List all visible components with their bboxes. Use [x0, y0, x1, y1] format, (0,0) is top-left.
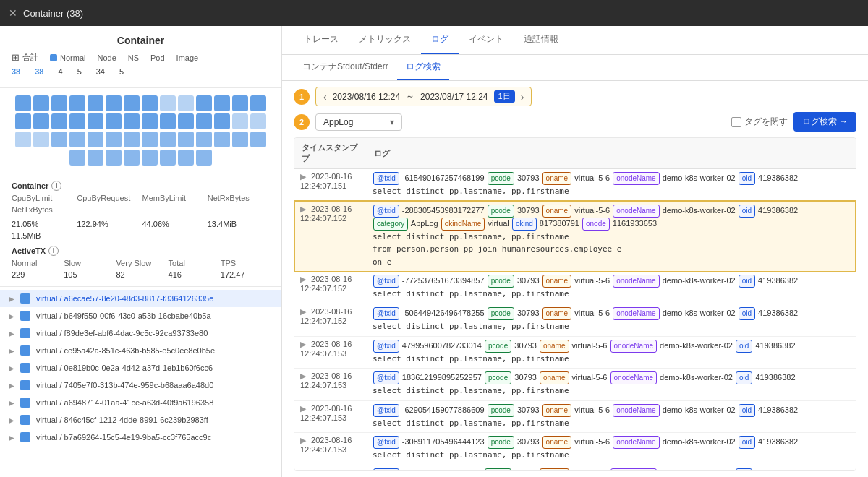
list-item[interactable]: ▶ virtual / f89de3ef-abf6-4dac-9c5c-92ca… [0, 325, 281, 342]
log-tag-onodeName[interactable]: onodeName [613, 404, 659, 417]
log-tag-@txid[interactable]: @txid [373, 275, 399, 288]
expand-row-btn[interactable]: ▶ [300, 340, 306, 348]
applog-dropdown[interactable]: AppLog ▾ [315, 113, 402, 131]
date-range-selector[interactable]: ‹ 2023/08/16 12:24 ～ 2023/08/17 12:24 1日… [315, 87, 532, 106]
log-tag-onodeName[interactable]: onodeName [613, 307, 659, 320]
log-tag-oid[interactable]: oid [736, 371, 752, 384]
expand-row-btn[interactable]: ▶ [300, 404, 306, 413]
log-tag-pcode[interactable]: pcode [488, 205, 514, 218]
log-tag-pcode[interactable]: pcode [488, 172, 514, 185]
log-text-content: select distinct pp.lastname, pp.firstnam… [373, 353, 850, 366]
expand-row-btn[interactable]: ▶ [300, 371, 306, 380]
log-tag-pcode[interactable]: pcode [488, 275, 514, 288]
log-tag-pcode[interactable]: pcode [488, 436, 514, 449]
log-tag-pcode[interactable]: pcode [485, 340, 511, 353]
log-tag-@txid[interactable]: @txid [373, 205, 399, 218]
log-tag-okindName[interactable]: okindName [441, 218, 485, 231]
log-tags-line: @txid -288305453983172277 pcode 30793 on… [373, 205, 850, 231]
log-tag-onodeName[interactable]: onodeName [613, 205, 659, 218]
tab-トレース[interactable]: トレース [294, 26, 349, 54]
log-tag-pcode[interactable]: pcode [488, 404, 514, 417]
log-tag-onode[interactable]: onode [582, 218, 610, 231]
sub-tab-コンテナStdout/Stderr[interactable]: コンテナStdout/Stderr [294, 55, 397, 80]
log-tag-@txid[interactable]: @txid [373, 404, 399, 417]
log-tag-onodeName[interactable]: onodeName [610, 340, 657, 353]
table-row[interactable]: ▶ 2023-08-1612:24:07.152 @txid -28830545… [294, 201, 856, 272]
table-row[interactable]: ▶ 2023-08-1612:24:07.153 @txid 183612199… [294, 369, 856, 401]
tag-value: 419386382 [755, 373, 795, 382]
virtual-item-list[interactable]: ▶ virtual / a6ecae57-8e20-48d3-8817-f336… [0, 287, 281, 477]
tag-value: 1161933653 [613, 219, 657, 228]
list-item[interactable]: ▶ virtual / b7a69264-15c5-4e19-9ba5-cc3f… [0, 429, 281, 446]
timestamp-cell: ▶ 2023-08-1612:24:07.153 [294, 400, 367, 433]
close-icon[interactable]: ✕ [9, 7, 17, 19]
table-row[interactable]: ▶ 2023-08-1612:24:07.152 @txid -77253765… [294, 272, 856, 304]
tab-通話情報[interactable]: 通話情報 [514, 26, 569, 54]
log-tag-@txid[interactable]: @txid [373, 307, 399, 320]
tab-イベント[interactable]: イベント [459, 26, 514, 54]
log-tag-pcode[interactable]: pcode [485, 371, 511, 384]
log-tag-oname[interactable]: oname [540, 340, 569, 353]
prev-date-icon[interactable]: ‹ [323, 91, 327, 103]
expand-chevron-icon: ▶ [9, 295, 14, 303]
next-date-icon[interactable]: › [521, 91, 524, 103]
log-cell: @txid -506449426496478255 pcode 30793 on… [367, 304, 856, 336]
tag-toggle-label[interactable]: タグを閉す [731, 116, 788, 128]
list-item[interactable]: ▶ virtual / 7405e7f0-313b-474e-959c-b68a… [0, 377, 281, 394]
log-tag-oid[interactable]: oid [736, 340, 752, 353]
log-tag-pcode[interactable]: pcode [485, 468, 511, 471]
log-tag-@txid[interactable]: @txid [373, 172, 399, 185]
log-tag-category[interactable]: category [373, 218, 408, 231]
log-tag-@txid[interactable]: @txid [373, 340, 399, 353]
list-item[interactable]: ▶ virtual / a6ecae57-8e20-48d3-8817-f336… [0, 290, 281, 307]
table-row[interactable]: ▶ 2023-08-1612:24:07.153 @txid -62905415… [294, 400, 856, 433]
list-item[interactable]: ▶ virtual / b649f550-00f6-43c0-a53b-16cb… [0, 307, 281, 325]
list-item[interactable]: ▶ virtual / ce95a42a-851c-463b-b585-e5c0… [0, 342, 281, 359]
log-tag-pcode[interactable]: pcode [488, 307, 514, 320]
log-tag-@txid[interactable]: @txid [373, 468, 399, 471]
log-tag-oname[interactable]: oname [542, 275, 572, 288]
log-tag-oname[interactable]: oname [542, 436, 572, 449]
list-item[interactable]: ▶ virtual / a6948714-01aa-41ce-a63d-40f9… [0, 394, 281, 411]
log-tag-onodeName[interactable]: onodeName [610, 371, 657, 384]
log-tag-@txid[interactable]: @txid [373, 436, 399, 449]
table-row[interactable]: ▶ 2023-08-1612:24:07.153 @txid -30891170… [294, 433, 856, 465]
log-tag-oname[interactable]: oname [542, 172, 572, 185]
log-tag-oid[interactable]: oid [739, 172, 755, 185]
log-tag-oid[interactable]: oid [739, 436, 755, 449]
log-tag-oname[interactable]: oname [542, 404, 572, 417]
list-item[interactable]: ▶ virtual / 846c45cf-1212-4dde-8991-6c23… [0, 411, 281, 429]
log-tag-oid[interactable]: oid [739, 275, 755, 288]
log-tag-oid[interactable]: oid [739, 307, 755, 320]
log-tag-oid[interactable]: oid [739, 404, 755, 417]
log-search-button[interactable]: ログ検索 → [793, 112, 856, 132]
log-tag-oid[interactable]: oid [739, 205, 755, 218]
expand-row-btn[interactable]: ▶ [300, 205, 306, 213]
table-row[interactable]: ▶ 2023-08-1612:24:07.151 @txid -61549016… [294, 169, 856, 202]
table-row[interactable]: ▶ 2023-08-1612:24:07.153 @txid 479959600… [294, 336, 856, 369]
expand-row-btn[interactable]: ▶ [300, 468, 306, 471]
log-tag-@txid[interactable]: @txid [373, 371, 399, 384]
activetx-info-icon: i [48, 246, 59, 256]
list-item[interactable]: ▶ virtual / 0e819b0c-0e2a-4d42-a37d-1eb1… [0, 359, 281, 377]
table-row[interactable]: ▶ 2023-08-1612:24:07.152 @txid -50644942… [294, 304, 856, 336]
tab-メトリックス[interactable]: メトリックス [349, 26, 421, 54]
log-tag-onodeName[interactable]: onodeName [610, 468, 657, 471]
log-tag-oname[interactable]: oname [542, 205, 572, 218]
sub-tab-ログ検索[interactable]: ログ検索 [397, 55, 449, 80]
expand-row-btn[interactable]: ▶ [300, 275, 306, 283]
tab-ログ[interactable]: ログ [421, 26, 459, 54]
log-tag-onodeName[interactable]: onodeName [613, 436, 659, 449]
table-row[interactable]: ▶ 2023-08-1612:24:07.153 @txid 837619543… [294, 465, 856, 471]
log-tag-oname[interactable]: oname [540, 371, 569, 384]
log-tag-oname[interactable]: oname [540, 468, 569, 471]
expand-row-btn[interactable]: ▶ [300, 307, 306, 316]
tag-toggle-checkbox[interactable] [731, 117, 741, 127]
log-tag-okind[interactable]: okind [512, 218, 537, 231]
log-tag-oid[interactable]: oid [736, 468, 752, 471]
log-tag-onodeName[interactable]: onodeName [613, 275, 659, 288]
expand-row-btn[interactable]: ▶ [300, 436, 306, 444]
log-tag-oname[interactable]: oname [542, 307, 572, 320]
expand-row-btn[interactable]: ▶ [300, 172, 306, 181]
log-tag-onodeName[interactable]: onodeName [613, 172, 659, 185]
